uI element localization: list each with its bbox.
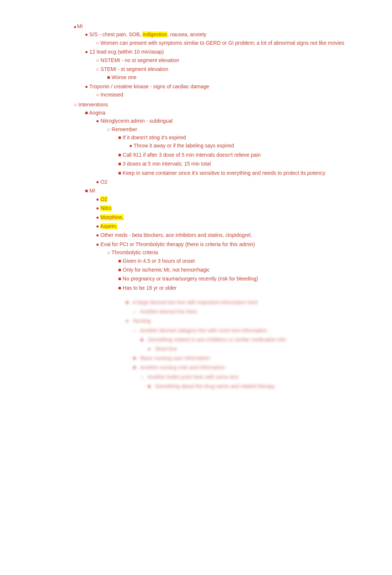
ss-children: ○ Women can present with symptoms simila… <box>85 39 362 47</box>
container-item: ■ Keep in same container since it's sens… <box>118 169 362 177</box>
sting-item: ■ If it doesn't sting it's expired ● Thr… <box>118 133 362 150</box>
ss-text: S/S - chest pain, SOB, <box>89 31 142 37</box>
mi-o2-item: ● O2 <box>96 195 362 203</box>
angina-item: ■ Angina ● Nitroglycerin admin - subling… <box>85 109 362 186</box>
age-bullet: ■ <box>118 285 123 291</box>
doses-text: 3 doses at 5 min intervals; 15 min total <box>123 161 211 167</box>
interventions-item: ○ Interventions ■ Angina ● Nitroglycerin… <box>74 101 362 292</box>
ss-bullet: ● <box>85 31 89 37</box>
remember-text: Remember <box>111 126 137 132</box>
ecg-text: 12 lead ecg (within 10 min/asap) <box>89 49 164 55</box>
sting-text: If it doesn't sting it's expired <box>123 135 186 140</box>
angina-bullet: ■ <box>85 110 89 116</box>
interventions-bullet: ○ <box>74 102 78 108</box>
o2-angina-text: O2 <box>100 179 107 185</box>
mi-interventions-item: ■ MI ● O2 ● Nitro ● Morph <box>85 187 362 292</box>
ss-text-after: , nausea, anxiety <box>167 31 206 37</box>
blurred-section: ■ A large blurred text line with importa… <box>74 298 362 391</box>
blurred-line-8: ■ Another nursing note and information <box>125 363 362 372</box>
angina-title: Angina <box>89 110 106 116</box>
mi-morphine-text: Morphine, <box>100 214 123 220</box>
mi-othermeds-bullet: ● <box>96 232 100 238</box>
worse-item: ■ Worse one <box>107 73 362 81</box>
given-item: ■ Given in 4.5 or 3 hours of onset <box>118 257 362 265</box>
throw-text: Throw it away or if the labeling says ex… <box>134 143 234 149</box>
ischemic-bullet: ■ <box>118 267 123 273</box>
pregnancy-text: No pregnancy or trauma/surgery recently … <box>123 276 258 282</box>
ss-item: ● S/S - chest pain, SOB, indigestion, na… <box>85 30 362 47</box>
mi-int-bullet: ■ <box>85 188 89 194</box>
worse-text: Worse one <box>111 74 136 80</box>
mi-morphine-item: ● Morphine, <box>96 213 362 221</box>
nstemi-bullet: ○ <box>96 57 100 63</box>
pci-children: ○ Thrombolytic criteria ■ Given in 4.5 o… <box>96 248 362 292</box>
blurred-line-2: ○ Another blurred line here <box>125 307 362 316</box>
call911-text: Call 911 if after 3 dose of 5 min interv… <box>123 152 261 158</box>
given-bullet: ■ <box>118 258 123 264</box>
interventions-title: Interventions <box>78 102 108 108</box>
nitro-children: ○ Remember ■ If it doesn't sting it's ex… <box>96 125 362 177</box>
blurred-line-1: ■ A large blurred text line with importa… <box>125 298 362 307</box>
mi-o2-text: O2 <box>100 196 107 202</box>
interventions-children: ■ Angina ● Nitroglycerin admin - subling… <box>74 109 362 292</box>
stemi-item: ○ STEMI - st segment elevation ■ Worse o… <box>96 65 362 82</box>
nitro-text: Nitroglycerin admin - sublingual <box>100 118 172 124</box>
throw-item: ● Throw it away or if the labeling says … <box>129 142 362 150</box>
mi-o2-bullet: ● <box>96 196 100 202</box>
troponin-children: ○ Increased <box>85 91 362 99</box>
o2-angina-bullet: ● <box>96 179 100 185</box>
age-text: Has to be 18 yr or older <box>123 285 176 291</box>
pregnancy-item: ■ No pregnancy or trauma/surgery recentl… <box>118 275 362 283</box>
given-text: Given in 4.5 or 3 hours of onset <box>123 258 195 264</box>
increased-bullet: ○ <box>96 92 100 98</box>
stemi-text: STEMI - st segment elevation <box>100 66 168 72</box>
ss-child-bullet: ○ <box>96 40 100 46</box>
nitro-bullet: ● <box>96 118 100 124</box>
thrombolytic-text: Thrombolytic criteria <box>111 249 158 255</box>
mi-nitro-item: ● Nitro <box>96 204 362 212</box>
mi-nitro-text: Nitro <box>100 205 111 211</box>
mi-aspirin-item: ● Aspirin, <box>96 222 362 230</box>
remember-children: ■ If it doesn't sting it's expired ● Thr… <box>107 133 362 177</box>
mi-title: MI <box>77 23 83 29</box>
troponin-bullet: ● <box>85 84 89 89</box>
mi-pci-text: Eval for PCI or Thrombolytic therapy (th… <box>100 241 255 247</box>
throw-bullet: ● <box>129 143 134 149</box>
container-text: Keep in same container since it's sensit… <box>123 170 325 176</box>
troponin-text: Troponin / creatine kinase - signs of ca… <box>89 84 209 89</box>
thrombolytic-children: ■ Given in 4.5 or 3 hours of onset ■ Onl… <box>107 257 362 292</box>
doses-bullet: ■ <box>118 161 123 167</box>
call911-bullet: ■ <box>118 152 123 158</box>
blurred-line-6: ● Short line <box>125 344 362 354</box>
ischemic-text: Only for ischemic MI, not hemorrhagic <box>123 267 210 273</box>
ss-child-text: Women can present with symptoms similar … <box>100 40 344 46</box>
ecg-item: ● 12 lead ecg (within 10 min/asap) ○ NST… <box>85 48 362 82</box>
blurred-line-10: ■ Something about the drug name and rela… <box>125 382 362 391</box>
remember-item: ○ Remember ■ If it doesn't sting it's ex… <box>107 125 362 177</box>
ecg-bullet: ● <box>85 49 89 55</box>
remember-bullet: ○ <box>107 126 111 132</box>
thrombolytic-bullet: ○ <box>107 249 111 255</box>
troponin-item: ● Troponin / creatine kinase - signs of … <box>85 82 362 99</box>
mi-nitro-bullet: ● <box>96 205 100 211</box>
mi-pci-item: ● Eval for PCI or Thrombolytic therapy (… <box>96 240 362 292</box>
ischemic-item: ■ Only for ischemic MI, not hemorrhagic <box>118 266 362 274</box>
mi-section: MI ● S/S - chest pain, SOB, indigestion,… <box>74 22 362 292</box>
blurred-line-3: ● Nursing <box>125 316 362 326</box>
nstemi-text: NSTEMI - no st segment elevation <box>100 57 179 63</box>
mi-othermeds-item: ● Other meds - beta blockers, ace inhibi… <box>96 231 362 239</box>
mi-aspirin-text: Aspirin, <box>100 223 118 229</box>
nstemi-item: ○ NSTEMI - no st segment elevation <box>96 56 362 64</box>
ecg-children: ○ NSTEMI - no st segment elevation ○ STE… <box>85 56 362 82</box>
mi-label <box>74 23 77 29</box>
mi-children: ● S/S - chest pain, SOB, indigestion, na… <box>74 30 362 99</box>
mi-item: MI ● S/S - chest pain, SOB, indigestion,… <box>74 22 362 99</box>
blurred-line-7: ■ Basic nursing care information <box>125 354 362 363</box>
call911-item: ■ Call 911 if after 3 dose of 5 min inte… <box>118 151 362 159</box>
sting-bullet: ■ <box>118 135 123 140</box>
worse-bullet: ■ <box>107 74 111 80</box>
blurred-line-5: ■ Something related to ace inhibitors or… <box>125 335 362 344</box>
angina-children: ● Nitroglycerin admin - sublingual ○ Rem… <box>85 117 362 186</box>
ss-child-1: ○ Women can present with symptoms simila… <box>96 39 362 47</box>
mi-othermeds-text: Other meds - beta blockers, ace inhibito… <box>100 232 252 238</box>
